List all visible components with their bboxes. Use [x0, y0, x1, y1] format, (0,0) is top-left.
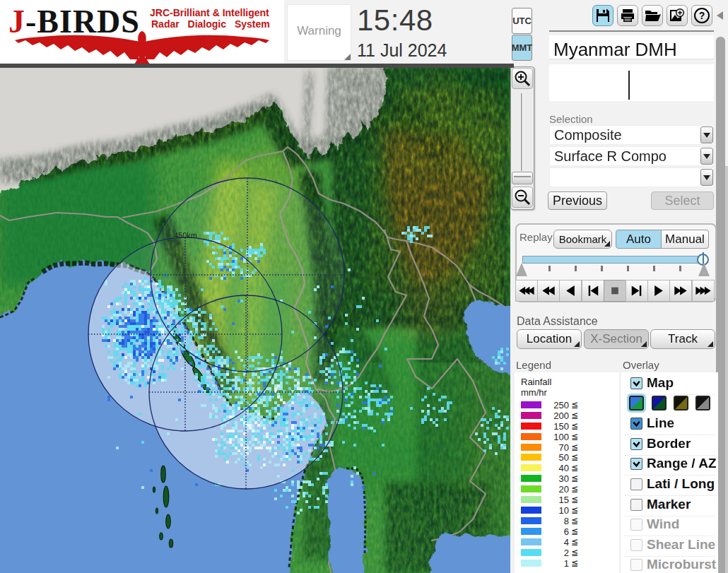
svg-text:450km: 450km — [174, 231, 197, 240]
svg-text:?: ? — [699, 10, 705, 21]
